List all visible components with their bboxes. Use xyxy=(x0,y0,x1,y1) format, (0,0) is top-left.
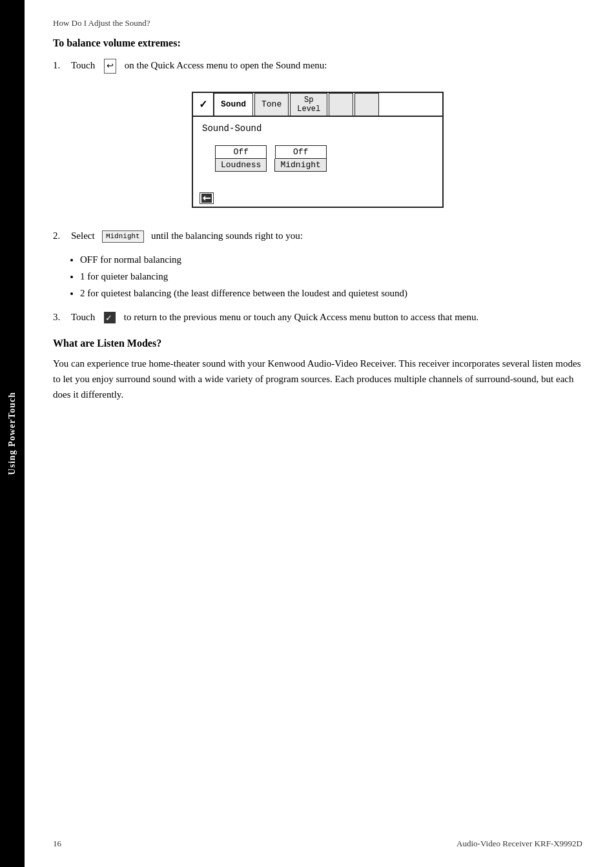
step-3-content: Touch to return to the previous menu or … xyxy=(71,310,582,325)
page-number: 16 xyxy=(53,839,61,849)
steps-list-2: 2. Select Midnight until the balancing s… xyxy=(53,229,582,243)
bullet-3: 2 for quietest balancing (the least diff… xyxy=(80,285,582,301)
sound-menu-icon: ↩ xyxy=(104,59,116,73)
loudness-label: Loudness xyxy=(215,159,267,172)
step-3-number: 3. xyxy=(53,310,71,325)
step-2-prefix: Select xyxy=(71,230,99,241)
svg-rect-2 xyxy=(205,198,210,199)
section1-heading: To balance volume extremes: xyxy=(53,37,582,49)
section2-heading: What are Listen Modes? xyxy=(53,338,582,349)
steps-list: 1. Touch ↩ on the Quick Access menu to o… xyxy=(53,58,582,74)
step-1-number: 1. xyxy=(53,58,71,73)
loudness-value[interactable]: Off xyxy=(215,145,267,159)
step-2-number: 2. xyxy=(53,229,71,243)
step-2-suffix: until the balancing sounds right to you: xyxy=(146,230,302,241)
step-2-content: Select Midnight until the balancing soun… xyxy=(71,229,582,243)
step-1-content: Touch ↩ on the Quick Access menu to open… xyxy=(71,58,582,74)
sidebar-label: Using PowerTouch xyxy=(7,392,17,475)
tab-empty-2 xyxy=(354,93,379,116)
ui-footer xyxy=(193,187,442,207)
section2-body: You can experience true home-theater sou… xyxy=(53,356,582,402)
tab-empty-1 xyxy=(329,93,353,116)
bullet-list: OFF for normal balancing 1 for quieter b… xyxy=(80,252,582,301)
back-button-icon[interactable] xyxy=(200,192,214,204)
ui-controls: Off Loudness Off Midnight xyxy=(215,145,433,172)
midnight-control: Off Midnight xyxy=(274,145,326,172)
step-3: 3. Touch to return to the previous menu … xyxy=(53,310,582,325)
bullet-2: 1 for quieter balancing xyxy=(80,269,582,284)
loudness-control: Off Loudness xyxy=(215,145,267,172)
step-2: 2. Select Midnight until the balancing s… xyxy=(53,229,582,243)
page-footer: 16 Audio-Video Receiver KRF-X9992D xyxy=(53,839,582,849)
midnight-label: Midnight xyxy=(274,159,326,172)
breadcrumb: How Do I Adjust the Sound? xyxy=(53,18,582,28)
main-content: How Do I Adjust the Sound? To balance vo… xyxy=(25,0,616,867)
midnight-value[interactable]: Off xyxy=(275,145,327,159)
step-1-prefix: Touch xyxy=(71,60,100,70)
step-3-prefix: Touch xyxy=(71,312,100,322)
tab-sound[interactable]: Sound xyxy=(214,93,253,116)
bullet-1: OFF for normal balancing xyxy=(80,252,582,267)
ui-body: Sound-Sound Off Loudness Off Midnight xyxy=(193,117,442,187)
step-1: 1. Touch ↩ on the Quick Access menu to o… xyxy=(53,58,582,74)
checkmark-icon xyxy=(104,312,116,323)
ui-screenshot: ✓ Sound Tone SpLevel Sound-Sound Off Lou… xyxy=(192,92,444,209)
ui-tabs: ✓ Sound Tone SpLevel xyxy=(193,93,442,117)
step-3-suffix: to return to the previous menu or touch … xyxy=(119,312,478,322)
midnight-badge: Midnight xyxy=(102,230,144,243)
sidebar-tab: Using PowerTouch xyxy=(0,0,25,867)
step-1-suffix: on the Quick Access menu to open the Sou… xyxy=(119,60,327,70)
tab-sp-level[interactable]: SpLevel xyxy=(290,93,327,116)
screen-title: Sound-Sound xyxy=(202,123,433,134)
product-name: Audio-Video Receiver KRF-X9992D xyxy=(457,839,582,849)
steps-list-3: 3. Touch to return to the previous menu … xyxy=(53,310,582,325)
tab-tone[interactable]: Tone xyxy=(254,93,289,116)
checkmark-tab: ✓ xyxy=(193,93,214,116)
